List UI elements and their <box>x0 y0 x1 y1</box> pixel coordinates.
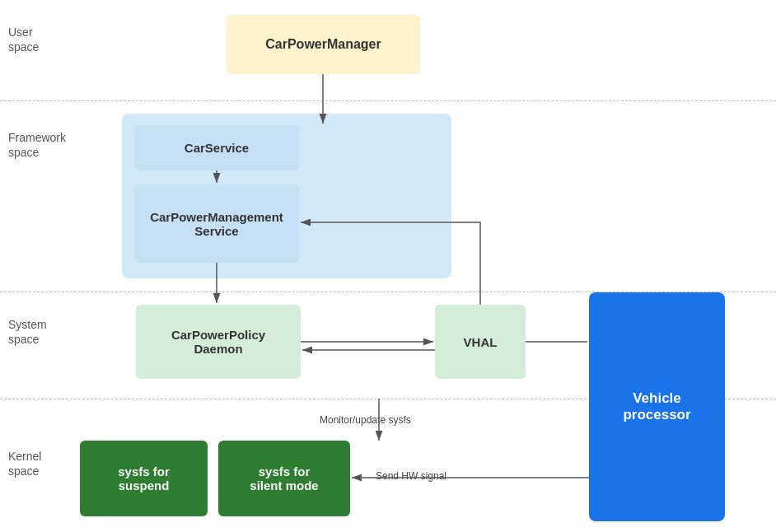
diagram-container: Userspace Frameworkspace Systemspace Ker… <box>0 0 776 532</box>
divider-1 <box>0 100 776 101</box>
vehicle-processor-box: Vehicleprocessor <box>589 292 725 521</box>
send-hw-label: Send HW signal <box>376 470 446 482</box>
lane-kernel-space: Kernelspace <box>8 449 41 478</box>
sysfs-silent-mode-box: sysfs forsilent mode <box>218 441 350 516</box>
monitor-update-label: Monitor/update sysfs <box>320 414 411 426</box>
lane-user-space: Userspace <box>8 25 39 54</box>
car-power-policy-daemon-box: CarPowerPolicyDaemon <box>136 305 301 379</box>
lane-framework-space: Frameworkspace <box>8 130 66 160</box>
car-power-manager-box: CarPowerManager <box>227 15 420 74</box>
vhal-box: VHAL <box>435 305 526 379</box>
sysfs-suspend-box: sysfs forsuspend <box>80 441 208 516</box>
car-power-management-service-box: CarPowerManagementService <box>134 184 299 263</box>
lane-system-space: Systemspace <box>8 317 47 347</box>
car-service-box: CarService <box>134 125 299 170</box>
